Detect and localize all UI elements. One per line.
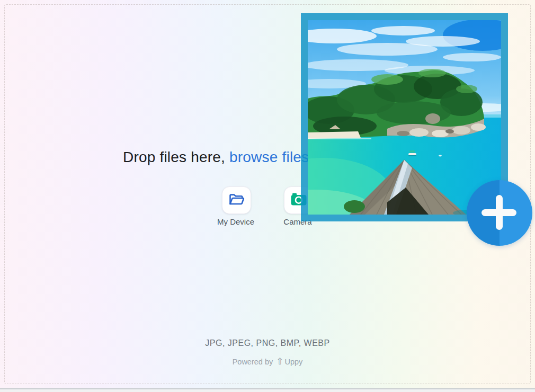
uploader-dropzone[interactable]: Drop files here, browse files My Device … (0, 0, 535, 392)
uppy-brand-name[interactable]: Uppy (284, 358, 302, 366)
plus-icon (496, 195, 503, 230)
folder-icon (228, 192, 245, 209)
my-device-label: My Device (212, 217, 260, 226)
powered-by: Powered by⇧Uppy (0, 356, 535, 367)
drop-instruction-text: Drop files here, (123, 149, 229, 165)
drop-instruction: Drop files here, browse files (123, 149, 309, 166)
add-files-button[interactable] (467, 180, 532, 246)
tropical-island-photo (308, 20, 501, 215)
uppy-logo-icon: ⇧ (276, 357, 283, 367)
allowed-file-types: JPG, JPEG, PNG, BMP, WEBP (0, 338, 535, 348)
my-device-button[interactable] (222, 186, 251, 214)
browse-files-link[interactable]: browse files (229, 149, 309, 165)
powered-by-text: Powered by (233, 358, 273, 366)
window-bottom-strip (0, 389, 535, 392)
